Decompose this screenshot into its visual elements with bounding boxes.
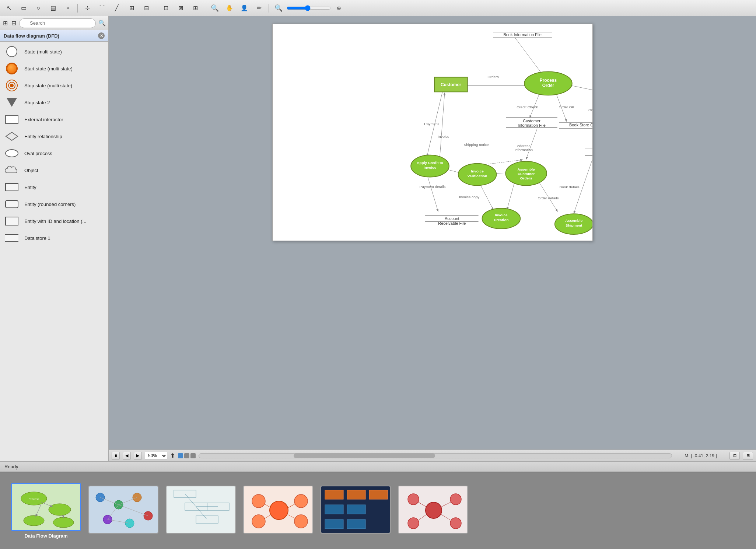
shape-label-entity: Entity [24, 185, 36, 190]
connect-tool-btn[interactable]: ⊹ [81, 2, 94, 14]
shape-item-start-multi[interactable]: Start state (multi state) [0, 60, 108, 77]
thumb-img-2 [88, 486, 158, 534]
shape-item-entity[interactable]: Entity [0, 179, 108, 196]
shape-label-entity-id: Entity with ID and location (... [24, 218, 86, 224]
bottom-panel: Process Data Flow Diagram [0, 472, 756, 549]
shape-icon-oval [4, 147, 20, 160]
svg-rect-130 [347, 520, 365, 529]
page-dot-1[interactable] [178, 453, 183, 458]
main-toolbar: ↖ ▭ ○ ▤ ⌖ ⊹ ⌒ ╱ ⊞ ⊟ ⊡ ⊠ ⊞ 🔍 ✋ 👤 ✏ 🔍 ⊕ [0, 0, 756, 16]
thumb-img-3 [166, 486, 236, 534]
play-btn[interactable]: ▶ [134, 452, 142, 460]
panel-grid-btn[interactable]: ⊟ [11, 18, 17, 28]
shape-item-stop-multi[interactable]: Stop state (multi state) [0, 77, 108, 94]
align-btn[interactable]: ⊠ [174, 2, 187, 14]
shape-icon-entity-id [4, 215, 20, 227]
shape-label-entity-rounded: Entity (rounded corners) [24, 202, 76, 207]
thumbnail-3[interactable] [166, 486, 236, 536]
prev-btn[interactable]: ◀ [123, 452, 131, 460]
close-category-btn[interactable]: ✕ [98, 32, 105, 39]
diagram-canvas[interactable]: Book Information File Customer Informati… [272, 24, 593, 241]
pan-btn[interactable]: ✋ [223, 2, 236, 14]
waypoint-btn[interactable]: ⊞ [125, 2, 138, 14]
zoom-select[interactable]: 50% 75% 100% 150% [145, 452, 167, 460]
category-text: Data flow diagram (DFD) [4, 33, 59, 39]
svg-text:Invoice: Invoice [438, 134, 449, 139]
zoom-region-btn[interactable]: ⊡ [159, 2, 172, 14]
shape-label-state-multi: State (multi state) [24, 49, 62, 55]
svg-line-120 [264, 504, 271, 508]
eyedrop-btn[interactable]: ✏ [252, 2, 266, 14]
distribute-btn[interactable]: ⊞ [189, 2, 202, 14]
svg-text:Apply Credit to: Apply Credit to [417, 161, 443, 165]
zoom-fit-btn[interactable]: ⊕ [332, 2, 346, 14]
thumb-svg-3 [167, 486, 236, 534]
page-dot-3[interactable] [190, 453, 196, 458]
thumb-svg-2 [89, 486, 158, 534]
thumbnail-5[interactable] [321, 486, 391, 536]
oval-shape [5, 149, 18, 157]
shape-item-oval[interactable]: Oval process [0, 145, 108, 162]
circle-tool-btn[interactable]: ○ [32, 2, 45, 14]
thumb-svg-5 [321, 486, 391, 534]
thumbnail-4[interactable] [243, 486, 313, 536]
shape-item-datastore[interactable]: Data store 1 [0, 230, 108, 246]
rectangle-tool-btn[interactable]: ▭ [17, 2, 30, 14]
horizontal-scrollbar[interactable] [199, 453, 672, 458]
svg-text:Customer: Customer [523, 119, 540, 123]
page-dot-2[interactable] [184, 453, 189, 458]
pause-btn[interactable]: ⏸ [112, 452, 120, 460]
svg-line-105 [119, 505, 148, 516]
panel-search-btn[interactable]: 🔍 [98, 18, 106, 28]
svg-rect-127 [325, 505, 343, 514]
shape-item-stop2[interactable]: Stop state 2 [0, 94, 108, 111]
shape-label-start-multi: Start state (multi state) [24, 66, 73, 71]
entity-id-shape [5, 217, 18, 225]
svg-text:Creation: Creation [494, 218, 508, 222]
zoom-in-btn[interactable]: 🔍 [208, 2, 221, 14]
svg-line-139 [441, 514, 451, 521]
thumbnail-1[interactable]: Process Data Flow Diagram [11, 483, 81, 539]
status-bar: Ready [0, 461, 756, 472]
line-tool-btn[interactable]: ╱ [110, 2, 123, 14]
status-text: Ready [4, 464, 18, 469]
thumbnail-6[interactable] [398, 486, 468, 536]
arc-tool-btn[interactable]: ⌒ [95, 2, 109, 14]
dfd-diagram-svg: Book Information File Customer Informati… [273, 24, 592, 241]
datastore-shape [5, 234, 18, 242]
shape-item-entity-rounded[interactable]: Entity (rounded corners) [0, 196, 108, 213]
shape-item-external[interactable]: External interactor [0, 111, 108, 128]
text-tool-btn[interactable]: ▤ [46, 2, 60, 14]
shape-item-object[interactable]: Object [0, 162, 108, 179]
shape-item-entity-rel[interactable]: Entity relationship [0, 128, 108, 145]
shape-icon-stop-multi [4, 79, 20, 92]
zoom-up-btn[interactable]: ⬆ [170, 452, 175, 459]
split-btn[interactable]: ⊟ [140, 2, 153, 14]
sep3 [205, 4, 205, 13]
fit-btn[interactable]: ⊡ [729, 452, 740, 460]
svg-text:Process: Process [29, 497, 39, 501]
select-tool-btn[interactable]: ↖ [2, 2, 15, 14]
format-btn[interactable]: 👤 [238, 2, 251, 14]
expand-btn[interactable]: ⊞ [743, 452, 753, 460]
search-input[interactable] [19, 18, 96, 28]
shape-icon-external [4, 113, 20, 126]
canvas-container[interactable]: Book Information File Customer Informati… [109, 16, 756, 450]
circle-orange-inner [7, 63, 17, 74]
shape-icon-entity [4, 181, 20, 193]
thumb-img-1: Process [11, 483, 81, 531]
zoom-out-btn[interactable]: 🔍 [272, 2, 285, 14]
panel-home-btn[interactable]: ⊞ [2, 18, 8, 28]
svg-text:Information File: Information File [518, 123, 546, 127]
scroll-thumb[interactable] [294, 454, 435, 458]
shape-item-entity-id[interactable]: Entity with ID and location (... [0, 213, 108, 230]
svg-point-118 [252, 515, 265, 528]
svg-text:Customer: Customer [440, 82, 461, 87]
shape-item-state-multi[interactable]: State (multi state) [0, 43, 108, 60]
thumbnail-2[interactable] [88, 486, 158, 536]
svg-text:Invoice: Invoice [495, 213, 508, 217]
svg-line-137 [441, 502, 451, 507]
lasso-tool-btn[interactable]: ⌖ [61, 2, 74, 14]
zoom-slider[interactable] [287, 5, 331, 11]
stop-dot [10, 84, 14, 87]
